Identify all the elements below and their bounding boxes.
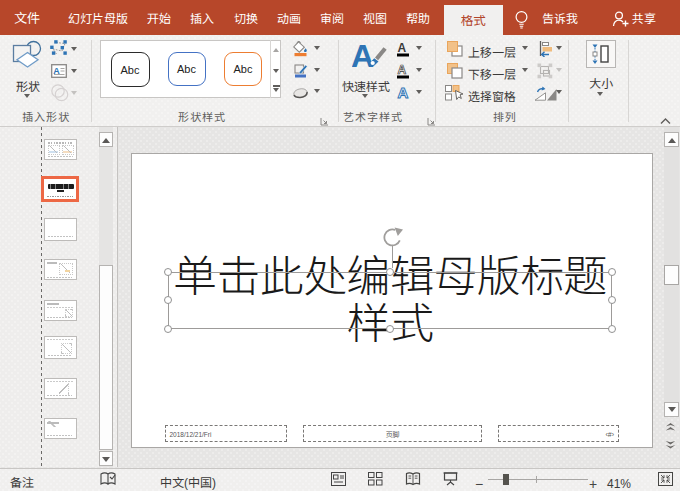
svg-text:A: A bbox=[398, 64, 407, 77]
svg-text:A: A bbox=[398, 85, 409, 101]
svg-text:A: A bbox=[398, 42, 407, 55]
